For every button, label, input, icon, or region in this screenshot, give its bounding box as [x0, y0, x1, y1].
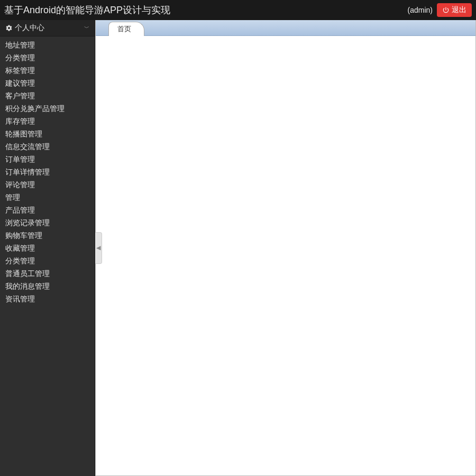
tab-bar: 首页 — [96, 20, 475, 36]
main: 首页 ◀ — [95, 20, 476, 476]
sidebar-item[interactable]: 客户管理 — [0, 89, 95, 102]
user-label: (admin) — [408, 6, 433, 14]
sidebar-item[interactable]: 建议管理 — [0, 77, 95, 89]
sidebar-item[interactable]: 轮播图管理 — [0, 127, 95, 140]
content-area — [96, 36, 475, 475]
sidebar-item[interactable]: 收藏管理 — [0, 242, 95, 254]
app-title: 基于Android的智能导游APP设计与实现 — [4, 4, 170, 16]
sidebar-item[interactable]: 订单管理 — [0, 153, 95, 166]
sidebar-item[interactable]: 地址管理 — [0, 39, 95, 51]
header: 基于Android的智能导游APP设计与实现 (admin) 退出 — [0, 0, 476, 20]
tab-home[interactable]: 首页 — [108, 22, 144, 36]
header-right: (admin) 退出 — [408, 3, 472, 17]
sidebar-item[interactable]: 管理 — [0, 191, 95, 204]
sidebar-item[interactable]: 信息交流管理 — [0, 140, 95, 153]
sidebar-item[interactable]: 分类管理 — [0, 254, 95, 267]
sidebar-item[interactable]: 产品管理 — [0, 204, 95, 216]
sidebar-item[interactable]: 浏览记录管理 — [0, 216, 95, 229]
logout-button[interactable]: 退出 — [437, 3, 472, 17]
power-icon — [442, 6, 450, 14]
sidebar-item[interactable]: 评论管理 — [0, 178, 95, 191]
container: 个人中心 ﹀ 地址管理 分类管理 标签管理 建议管理 客户管理 积分兑换产品管理… — [0, 20, 476, 476]
sidebar-section-header[interactable]: 个人中心 ﹀ — [0, 20, 95, 36]
logout-label: 退出 — [452, 5, 466, 15]
sidebar: 个人中心 ﹀ 地址管理 分类管理 标签管理 建议管理 客户管理 积分兑换产品管理… — [0, 20, 95, 476]
sidebar-item[interactable]: 普通员工管理 — [0, 267, 95, 280]
sidebar-menu: 地址管理 分类管理 标签管理 建议管理 客户管理 积分兑换产品管理 库存管理 轮… — [0, 36, 95, 307]
chevron-down-icon: ﹀ — [84, 24, 89, 32]
chevron-left-icon: ◀ — [96, 244, 100, 251]
sidebar-item[interactable]: 我的消息管理 — [0, 280, 95, 292]
sidebar-item[interactable]: 分类管理 — [0, 51, 95, 64]
sidebar-item[interactable]: 库存管理 — [0, 115, 95, 127]
sidebar-section-title: 个人中心 — [15, 23, 44, 33]
sidebar-collapse-handle[interactable]: ◀ — [95, 232, 102, 264]
sidebar-item[interactable]: 标签管理 — [0, 64, 95, 77]
sidebar-item[interactable]: 订单详情管理 — [0, 166, 95, 178]
sidebar-item[interactable]: 资讯管理 — [0, 292, 95, 305]
sidebar-header-left: 个人中心 — [5, 23, 44, 33]
gear-icon — [5, 24, 13, 32]
sidebar-item[interactable]: 购物车管理 — [0, 229, 95, 242]
sidebar-item[interactable]: 积分兑换产品管理 — [0, 102, 95, 115]
